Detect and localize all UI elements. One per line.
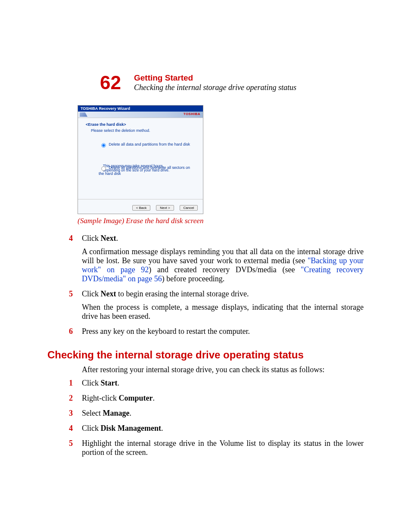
- step-number: 5: [69, 289, 82, 325]
- step-6: 6 Press any key on the keyboard to resta…: [47, 327, 364, 340]
- brand-label: TOSHIBA: [184, 112, 200, 116]
- section-heading: Checking the internal storage drive oper…: [47, 349, 364, 361]
- dialog-section-title: <Erase the hard disk>: [86, 122, 195, 127]
- next-button[interactable]: Next >: [156, 205, 174, 211]
- step-number: 6: [69, 327, 82, 340]
- step-4: 4 Click Next. A confirmation message dis…: [47, 234, 364, 288]
- window-banner: TOSHIBA: [78, 112, 203, 118]
- step-number: 1: [69, 379, 82, 392]
- page-header: 62 Getting Started Checking the internal…: [100, 73, 364, 92]
- radio-input-2[interactable]: [101, 166, 106, 171]
- step-number: 4: [69, 424, 82, 437]
- step-number: 4: [69, 234, 82, 288]
- radio-label-1: Delete all data and partitions from the …: [109, 142, 190, 146]
- radio-option-delete-all[interactable]: Delete all data and partitions from the …: [99, 141, 195, 148]
- step-5: 5 Click Next to begin erasing the intern…: [47, 289, 364, 325]
- chapter-title: Getting Started: [134, 73, 296, 83]
- figure-caption: (Sample Image) Erase the hard disk scree…: [78, 217, 364, 225]
- dialog-button-row: < Back Next > Cancel: [78, 199, 203, 214]
- check-step-4: 4 Click Disk Management.: [47, 424, 364, 437]
- dialog-instruction: Please select the deletion method.: [91, 128, 195, 133]
- intro-paragraph: After restoring your internal storage dr…: [82, 365, 364, 374]
- check-step-1: 1 Click Start.: [47, 379, 364, 392]
- step-number: 3: [69, 409, 82, 422]
- back-button[interactable]: < Back: [132, 205, 150, 211]
- check-step-2: 2 Right-click Computer.: [47, 394, 364, 407]
- page-number: 62: [100, 73, 121, 92]
- window-titlebar: TOSHIBA Recovery Wizard: [78, 106, 203, 112]
- radio-input-1[interactable]: [101, 143, 106, 147]
- cancel-button[interactable]: Cancel: [180, 205, 198, 211]
- check-step-3: 3 Select Manage.: [47, 409, 364, 422]
- chapter-subtitle: Checking the internal storage drive oper…: [134, 83, 296, 92]
- check-step-5: 5 Highlight the internal storage drive i…: [47, 439, 364, 461]
- step-number: 2: [69, 394, 82, 407]
- step-number: 5: [69, 439, 82, 461]
- recovery-wizard-screenshot: TOSHIBA Recovery Wizard TOSHIBA <Erase t…: [78, 105, 203, 214]
